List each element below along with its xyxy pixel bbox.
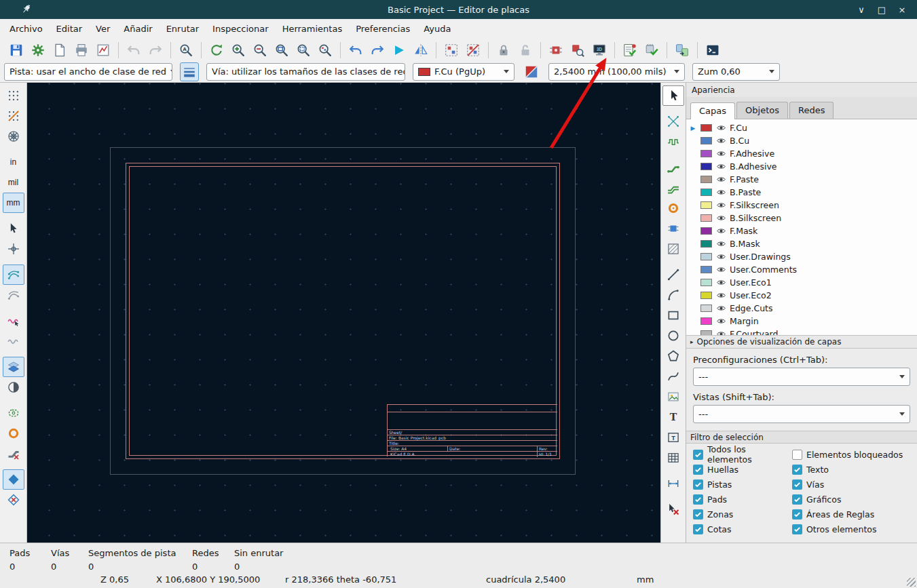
checkbox-checked-icon[interactable]: [792, 479, 802, 490]
layer-color-swatch[interactable]: [700, 253, 712, 260]
unit-mm-button[interactable]: mm: [3, 193, 24, 213]
layer-row-b-mask[interactable]: B.Mask: [686, 237, 917, 250]
filter-elementos-bloqueados[interactable]: Elementos bloqueados: [792, 449, 917, 460]
filter-vias[interactable]: Vías: [792, 479, 917, 490]
redo-icon[interactable]: [145, 40, 166, 60]
layer-row-edge-cuts[interactable]: Edge.Cuts: [686, 302, 917, 315]
layer-color-swatch[interactable]: [700, 279, 712, 286]
layer-row-user-drawings[interactable]: User.Drawings: [686, 250, 917, 263]
menu-herramientas[interactable]: Herramientas: [276, 20, 350, 37]
layer-color-swatch[interactable]: [700, 227, 712, 235]
menu-preferencias[interactable]: Preferencias: [349, 20, 417, 37]
via-size-select[interactable]: Vía: utilizar los tamaños de las clases …: [206, 63, 405, 81]
footprint-editor-icon[interactable]: [546, 40, 566, 60]
window-shade-button[interactable]: ∨: [855, 5, 868, 15]
layer-pair-button[interactable]: [522, 62, 541, 81]
filter-cotas[interactable]: Cotas: [693, 524, 792, 534]
cursor-style-icon[interactable]: [3, 218, 24, 239]
layer-color-swatch[interactable]: [700, 124, 712, 132]
resize-grip[interactable]: [907, 578, 916, 587]
filter-areas-de-reglas[interactable]: Áreas de Reglas: [792, 509, 917, 520]
bezier-tool-icon[interactable]: [662, 366, 684, 387]
zone-outline-icon[interactable]: [3, 490, 24, 510]
via-outline-icon[interactable]: [3, 423, 24, 444]
zone-fill-icon[interactable]: [3, 469, 24, 490]
inactive-layer-icon[interactable]: [3, 357, 24, 377]
layer-visibility-eye-icon[interactable]: [715, 329, 726, 336]
filter-huellas[interactable]: Huellas: [693, 464, 792, 475]
tab-capas[interactable]: Capas: [690, 102, 735, 119]
layer-color-swatch[interactable]: [700, 176, 712, 183]
layer-visibility-eye-icon[interactable]: [715, 252, 726, 262]
window-maximize-button[interactable]: □: [875, 5, 888, 15]
layer-row-f-mask[interactable]: F.Mask: [686, 224, 917, 237]
rect-tool-icon[interactable]: [662, 305, 684, 326]
checkbox-checked-icon[interactable]: [693, 450, 703, 460]
checkbox-unchecked-icon[interactable]: [792, 450, 802, 460]
layer-display-options[interactable]: ▸ Opciones de visualización de capas: [686, 335, 917, 349]
layer-visibility-eye-icon[interactable]: [715, 226, 726, 237]
checkbox-checked-icon[interactable]: [693, 465, 703, 475]
layer-color-swatch[interactable]: [700, 266, 712, 273]
layer-visibility-eye-icon[interactable]: [715, 200, 726, 211]
track-width-select[interactable]: Pista: usar el ancho de clase de red: [4, 63, 172, 81]
grid-select[interactable]: 2,5400 mm (100,00 mils): [548, 63, 685, 81]
checkbox-checked-icon[interactable]: [693, 524, 703, 534]
layer-row-f-cu[interactable]: ▶F.Cu: [686, 121, 917, 134]
presets-select[interactable]: ---: [693, 368, 910, 386]
polygon-tool-icon[interactable]: [662, 346, 684, 366]
checkbox-checked-icon[interactable]: [693, 494, 703, 505]
filter-texto[interactable]: Texto: [792, 464, 917, 475]
layer-visibility-eye-icon[interactable]: [715, 161, 726, 172]
layer-color-swatch[interactable]: [700, 240, 712, 248]
layer-color-swatch[interactable]: [700, 330, 712, 335]
dimension-tool-icon[interactable]: [662, 473, 684, 494]
layer-color-swatch[interactable]: [700, 150, 712, 157]
tab-objetos[interactable]: Objetos: [736, 102, 788, 119]
ratsnest-curved-icon[interactable]: [3, 285, 24, 305]
board-setup-icon[interactable]: [28, 40, 48, 60]
refresh-icon[interactable]: [206, 40, 227, 60]
tune-length-icon[interactable]: [662, 132, 684, 152]
zoom-selection-icon[interactable]: [293, 40, 314, 60]
lock-icon[interactable]: [493, 40, 514, 60]
layer-row-b-adhesive[interactable]: B.Adhesive: [686, 160, 917, 173]
find-icon[interactable]: A: [176, 40, 196, 60]
layer-row-f-courtyard[interactable]: F.Courtyard: [686, 328, 917, 335]
layer-row-user-eco2[interactable]: User.Eco2: [686, 289, 917, 302]
layer-visibility-eye-icon[interactable]: [715, 239, 726, 250]
layer-visibility-eye-icon[interactable]: [715, 136, 726, 146]
layer-visibility-eye-icon[interactable]: [715, 303, 726, 314]
checkbox-checked-icon[interactable]: [792, 465, 802, 475]
image-tool-icon[interactable]: [662, 387, 684, 407]
grid-override-icon[interactable]: [3, 106, 24, 126]
filter-todos-los-elementos[interactable]: Todos los elementos: [693, 449, 792, 460]
layer-color-swatch[interactable]: [700, 137, 712, 144]
pcb-canvas[interactable]: Sheet/ File: Basic Project.kicad_pcb Tit…: [27, 83, 660, 543]
save-icon[interactable]: [6, 40, 26, 60]
track-outline-icon[interactable]: [3, 444, 24, 464]
layer-row-b-silkscreen[interactable]: B.Silkscreen: [686, 212, 917, 224]
pin-icon[interactable]: [20, 3, 34, 16]
ratsnest-show-icon[interactable]: [3, 264, 24, 285]
circle-tool-icon[interactable]: [662, 326, 684, 346]
layer-color-swatch[interactable]: [700, 163, 712, 170]
menu-archivo[interactable]: Archivo: [3, 20, 50, 37]
3d-viewer-icon[interactable]: 3D: [589, 40, 610, 60]
history-forward-icon[interactable]: [367, 40, 388, 60]
crosshair-icon[interactable]: [3, 239, 24, 259]
layer-color-swatch[interactable]: [700, 317, 712, 325]
checkbox-checked-icon[interactable]: [792, 509, 802, 520]
route-track-icon[interactable]: [662, 157, 684, 178]
footprint-tool-icon[interactable]: [662, 218, 684, 239]
checkbox-checked-icon[interactable]: [792, 494, 802, 505]
zone-tool-icon[interactable]: [662, 239, 684, 259]
text-tool-icon[interactable]: T: [662, 407, 684, 427]
layer-visibility-eye-icon[interactable]: [715, 174, 726, 185]
unlock-icon[interactable]: [515, 40, 536, 60]
filter-pistas[interactable]: Pistas: [693, 479, 792, 490]
zoom-select[interactable]: Zum 0,60: [692, 63, 780, 81]
page-setup-icon[interactable]: [50, 40, 70, 60]
mirror-icon[interactable]: [411, 40, 431, 60]
layer-row-margin[interactable]: Margin: [686, 315, 917, 328]
